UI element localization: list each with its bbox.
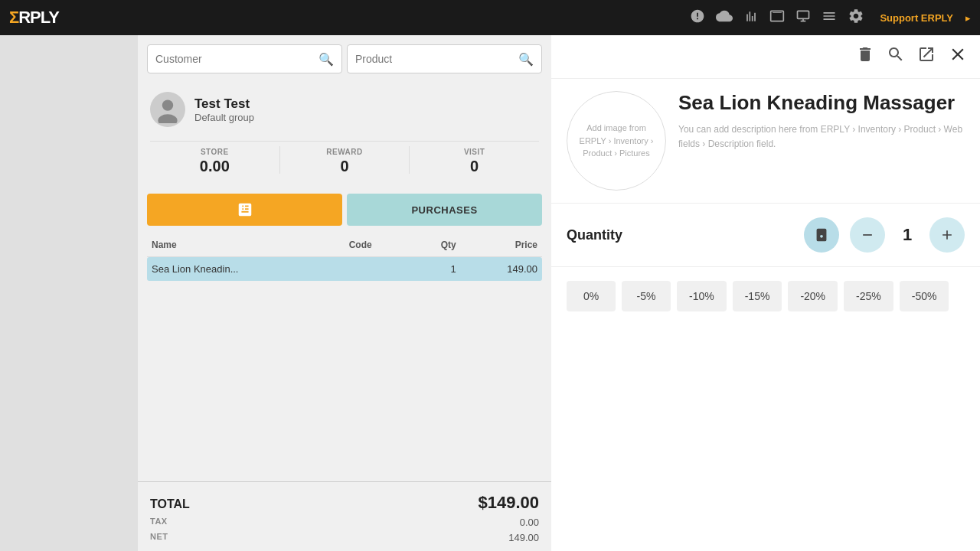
settings-icon[interactable] [848,8,864,28]
row-code [345,257,410,282]
receipt-button[interactable] [147,194,342,226]
col-code: Code [345,233,410,257]
customer-info: Test Test Default group [150,92,539,127]
discount-button[interactable]: -5% [622,281,671,311]
quantity-decrease-button[interactable] [850,217,885,253]
chart-icon[interactable] [743,8,759,28]
product-info-section: Add image from ERPLY › Inventory › Produ… [551,79,980,203]
store-label: STORE [153,148,276,156]
product-image-placeholder: Add image from ERPLY › Inventory › Produ… [567,91,666,191]
search-bar: 🔍 🔍 [138,35,551,81]
svg-point-1 [158,114,177,123]
avatar [150,92,185,127]
visit-value: 0 [413,158,536,175]
reward-value: 0 [283,158,407,175]
screen-icon[interactable] [769,8,785,28]
alert-icon[interactable] [690,8,705,28]
cloud-icon[interactable] [716,8,733,28]
logo-sigma: Σ [9,8,18,28]
app-logo: ΣRPLY [9,8,59,28]
menu-icon[interactable] [822,8,837,28]
receipt-table: Name Code Qty Price Sea Lion Kneadin... … [138,233,551,481]
close-icon[interactable] [948,44,968,69]
visit-stat: VISIT 0 [410,142,539,178]
product-image-text: Add image from ERPLY › Inventory › Produ… [567,114,665,168]
product-search-wrap[interactable]: 🔍 [347,44,542,73]
product-text: Sea Lion Kneading Massager You can add d… [678,91,965,152]
quantity-section: Quantity 1 [551,203,980,267]
discount-button[interactable]: -20% [788,281,838,311]
right-panel: Add image from ERPLY › Inventory › Produ… [551,35,980,551]
purchases-button[interactable]: PURCHASES [347,194,542,226]
table-row[interactable]: Sea Lion Kneadin... 1 149.00 [147,257,542,282]
store-stat: STORE 0.00 [150,142,279,178]
logo-text: RPLY [18,8,59,28]
product-search-input[interactable] [355,53,515,65]
customer-search-wrap[interactable]: 🔍 [147,44,342,73]
col-price: Price [461,233,542,257]
store-value: 0.00 [153,158,276,175]
discount-button[interactable]: -10% [677,281,727,311]
customer-name: Test Test [194,96,254,112]
discount-button[interactable]: 0% [567,281,616,311]
visit-label: VISIT [413,148,536,156]
reward-stat: REWARD 0 [280,142,410,178]
row-name: Sea Lion Kneadin... [147,257,345,282]
left-sidebar [0,35,138,551]
reward-label: REWARD [283,148,407,156]
monitor-icon[interactable] [795,8,811,28]
total-label: TOTAL [150,497,190,511]
quantity-value: 1 [896,225,919,245]
row-price: 149.00 [461,257,542,282]
product-detail-header [551,35,980,79]
total-section: TOTAL $149.00 TAX 0.00 NET 149.00 [138,481,551,551]
product-description: You can add description here from ERPLY … [678,122,965,152]
discount-button[interactable]: -25% [844,281,893,311]
tax-value: 0.00 [520,517,539,528]
quantity-increase-button[interactable] [929,217,965,253]
scale-button[interactable] [804,217,839,253]
customer-card: Test Test Default group STORE 0.00 REWAR… [138,81,551,186]
quantity-label: Quantity [567,227,793,243]
search-icon[interactable] [887,45,905,68]
top-navigation: ΣRPLY Support ERPLY ▸ [0,0,980,35]
external-link-icon[interactable] [917,45,936,68]
customer-search-input[interactable] [155,53,315,65]
discount-button[interactable]: -50% [900,281,949,311]
customer-search-icon: 🔍 [318,52,334,67]
col-qty: Qty [410,233,461,257]
row-qty: 1 [410,257,461,282]
customer-group: Default group [194,112,254,123]
tax-label: TAX [150,517,168,528]
net-value: 149.00 [508,532,539,543]
product-search-icon: 🔍 [518,52,534,67]
customer-stats: STORE 0.00 REWARD 0 VISIT 0 [150,141,539,178]
action-buttons: PURCHASES [138,186,551,233]
total-amount: $149.00 [478,493,539,513]
support-link[interactable]: Support ERPLY [880,12,953,24]
nav-icons: Support ERPLY ▸ [690,8,971,28]
delete-icon[interactable] [856,45,874,68]
discount-button[interactable]: -15% [733,281,782,311]
support-arrow: ▸ [965,12,971,24]
discount-section: 0%-5%-10%-15%-20%-25%-50% [551,267,980,325]
left-panel: 🔍 🔍 Test Test Default group STORE [138,35,551,551]
net-label: NET [150,532,168,543]
svg-point-0 [162,99,173,110]
col-name: Name [147,233,345,257]
product-title: Sea Lion Kneading Massager [678,91,965,115]
